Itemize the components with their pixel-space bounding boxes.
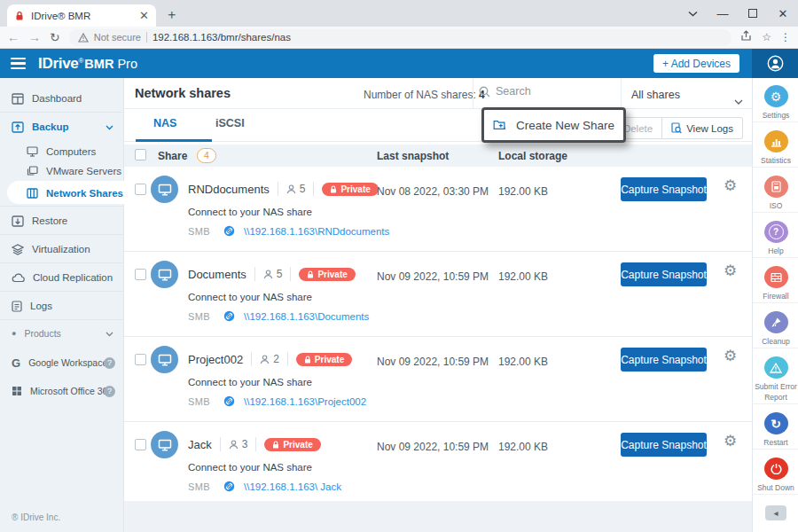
last-snapshot-value: Nov 08 2022, 03:30 PM	[377, 185, 489, 198]
row-settings-gear-icon[interactable]: ⚙	[724, 434, 737, 449]
capture-snapshot-button[interactable]: Capture Snapshot	[621, 262, 707, 286]
table-header: Share 4 Last snapshot Local storage	[124, 145, 752, 167]
left-sidebar: Dashboard Backup Computers VMware Server…	[0, 78, 124, 532]
sidebar-item-dashboard[interactable]: Dashboard	[0, 85, 124, 112]
capture-snapshot-button[interactable]: Capture Snapshot	[621, 177, 707, 201]
tool-statistics[interactable]: Statistics	[753, 123, 798, 168]
tool-label: Statistics	[761, 156, 791, 167]
tool-cleanup[interactable]: Cleanup	[753, 304, 798, 348]
sidebar-label: Logs	[30, 301, 52, 311]
sidebar-item-cloud-replication[interactable]: Cloud Replication	[0, 264, 124, 291]
browser-tab[interactable]: IDrive® BMR ✕	[7, 4, 156, 27]
sidebar-item-google-workspace[interactable]: G Google Workspace ?	[0, 349, 124, 376]
sidebar-item-backup[interactable]: Backup	[0, 113, 124, 140]
private-badge: Private	[299, 268, 355, 281]
tool-submit-error-report[interactable]: Submit Error Report	[753, 349, 798, 404]
help-question-badge-icon[interactable]: ?	[104, 357, 115, 369]
sidebar-item-virtualization[interactable]: Virtualization	[0, 236, 124, 262]
sidebar-item-vmware-servers[interactable]: VMware Servers	[0, 161, 124, 181]
capture-snapshot-button[interactable]: Capture Snapshot	[621, 348, 707, 372]
collapse-rail-button[interactable]: ◂	[765, 505, 786, 520]
tool-label: Settings	[763, 111, 790, 121]
address-bar[interactable]: Not secure 192.168.1.163/bmr/shares/nas	[69, 29, 732, 46]
sidebar-label: Cloud Replication	[33, 272, 113, 283]
row-settings-gear-icon[interactable]: ⚙	[724, 348, 737, 364]
view-logs-button[interactable]: View Logs	[662, 117, 743, 139]
window-menu-chevron-icon[interactable]	[677, 0, 708, 27]
sidebar-item-microsoft-office-365[interactable]: Microsoft Office 365 ?	[0, 378, 124, 404]
sidebar-item-logs[interactable]: Logs	[0, 293, 124, 319]
column-share: Share	[158, 150, 187, 162]
row-settings-gear-icon[interactable]: ⚙	[724, 263, 737, 278]
sidebar-item-products[interactable]: ● Products	[0, 321, 124, 346]
forward-icon[interactable]: →	[28, 30, 41, 44]
share-path-link[interactable]: \\192.168.1.163\Documents	[244, 311, 369, 322]
computers-icon	[27, 146, 38, 157]
row-checkbox[interactable]	[135, 439, 146, 450]
nas-share-avatar-icon	[151, 431, 178, 458]
active-tab-underline	[136, 139, 212, 142]
row-settings-gear-icon[interactable]: ⚙	[724, 178, 737, 193]
help-question-badge-icon[interactable]: ?	[104, 386, 115, 397]
select-all-checkbox[interactable]	[135, 149, 146, 160]
window-minimize-button[interactable]: —	[708, 0, 738, 27]
sidebar-item-restore[interactable]: Restore	[0, 207, 124, 234]
browser-toolbar: ← → ↻ Not secure 192.168.1.163/bmr/share…	[0, 27, 798, 49]
users-icon	[286, 184, 296, 194]
chevron-down-icon[interactable]	[734, 92, 743, 108]
security-label: Not secure	[94, 32, 141, 43]
row-checkbox[interactable]	[135, 269, 146, 280]
page-title: Network shares	[135, 86, 231, 100]
tab-close-icon[interactable]: ✕	[139, 9, 149, 22]
create-new-share-button[interactable]: Create New Share	[481, 107, 626, 143]
tab-nas[interactable]: NAS	[153, 117, 176, 129]
tool-help[interactable]: ? Help	[753, 214, 798, 258]
connect-hint: Connect to your NAS share	[188, 462, 312, 473]
new-tab-button[interactable]: ＋	[165, 6, 178, 23]
connect-hint: Connect to your NAS share	[188, 292, 312, 302]
sidebar-label: Computers	[46, 146, 96, 157]
reload-icon[interactable]: ↻	[50, 30, 60, 44]
profile-button[interactable]	[752, 49, 798, 78]
tool-settings[interactable]: ⚙ Settings	[753, 78, 798, 122]
window-close-button[interactable]: ✕	[768, 0, 798, 27]
error-report-icon	[764, 356, 788, 379]
share-filter-dropdown[interactable]: All shares	[631, 89, 680, 101]
search-field[interactable]	[479, 85, 602, 98]
window-maximize-button[interactable]	[738, 0, 768, 27]
nas-share-avatar-icon	[151, 346, 178, 373]
statistics-chart-icon	[764, 130, 788, 153]
share-name: Project002	[188, 353, 243, 366]
share-page-icon[interactable]	[740, 30, 753, 44]
back-icon[interactable]: ←	[7, 30, 20, 44]
sidebar-item-network-shares[interactable]: Network Shares	[0, 183, 124, 204]
tab-iscsi[interactable]: iSCSI	[215, 117, 245, 129]
nas-share-avatar-icon	[151, 261, 178, 288]
bookmark-star-icon[interactable]: ☆	[762, 31, 771, 43]
row-checkbox[interactable]	[135, 354, 146, 365]
chevron-down-icon	[106, 121, 113, 132]
link-icon	[223, 395, 235, 407]
sidebar-item-computers[interactable]: Computers	[0, 142, 124, 161]
protocol-label: SMB	[188, 311, 223, 322]
brand-idrive: IDrive	[38, 55, 78, 73]
tool-shut-down[interactable]: Shut Down	[753, 450, 798, 495]
lock-icon	[307, 270, 314, 278]
column-last-snapshot: Last snapshot	[377, 150, 449, 162]
share-path-link[interactable]: \\192.168.1.163\RNDdocuments	[244, 226, 389, 237]
share-path-link[interactable]: \\192.168.1.163\ Jack	[244, 481, 341, 492]
user-count: 5	[263, 268, 283, 280]
tool-iso[interactable]: ISO	[753, 168, 798, 213]
page-header: Network shares Number of NAS shares: 4 A…	[124, 78, 752, 109]
tool-firewall[interactable]: Firewall	[753, 259, 798, 303]
browser-tab-strip: IDrive® BMR ✕ ＋ — ✕	[0, 0, 798, 27]
hamburger-menu-icon[interactable]	[11, 58, 26, 70]
search-input[interactable]	[496, 85, 602, 98]
brand-reg: ®	[78, 57, 83, 65]
share-path-link[interactable]: \\192.168.1.163\Project002	[244, 396, 366, 407]
row-checkbox[interactable]	[135, 184, 146, 195]
capture-snapshot-button[interactable]: Capture Snapshot	[621, 433, 707, 457]
add-devices-button[interactable]: + Add Devices	[653, 54, 739, 73]
browser-menu-kebab-icon[interactable]: ⋮	[780, 31, 791, 43]
tool-restart[interactable]: ↻ Restart	[753, 405, 798, 450]
